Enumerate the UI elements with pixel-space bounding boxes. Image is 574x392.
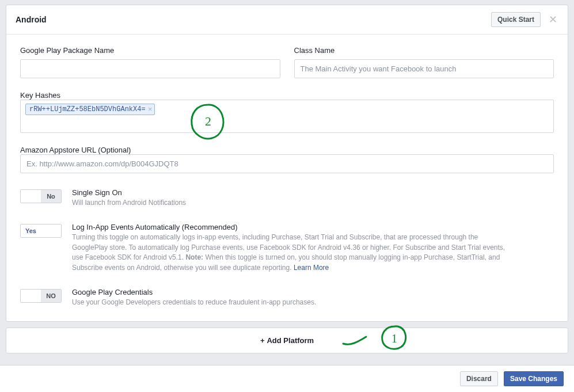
sso-title: Single Sign On	[72, 188, 510, 197]
gp-creds-title: Google Play Credentials	[72, 288, 510, 296]
quick-start-button[interactable]: Quick Start	[491, 12, 541, 27]
key-hashes-input[interactable]: rRW++LUjmZZ+58EbN5DVhGAnkX4= ×	[20, 100, 554, 133]
sso-desc: Will launch from Android Notifications	[72, 198, 510, 208]
amazon-url-label: Amazon Appstore URL (Optional)	[20, 146, 131, 154]
package-name-input[interactable]	[20, 59, 280, 78]
key-hash-token[interactable]: rRW++LUjmZZ+58EbN5DVhGAnkX4= ×	[25, 104, 155, 115]
amazon-url-input[interactable]	[20, 154, 554, 173]
class-name-input[interactable]	[294, 59, 554, 78]
key-hashes-label: Key Hashes	[20, 91, 60, 100]
add-platform-label: Add Platform	[267, 336, 314, 345]
discard-button[interactable]: Discard	[460, 371, 498, 386]
gp-creds-toggle[interactable]: NO	[20, 289, 62, 303]
footer-bar: Discard Save Changes	[0, 365, 574, 392]
panel-title: Android	[16, 15, 47, 24]
log-events-toggle-state: Yes	[25, 227, 36, 234]
sso-toggle-state: No	[47, 193, 55, 200]
gp-creds-desc: Use your Google Developers credentials t…	[72, 298, 510, 307]
gp-creds-toggle-state: NO	[46, 292, 56, 299]
learn-more-link[interactable]: Learn More	[294, 264, 329, 272]
plus-icon: +	[260, 336, 265, 345]
log-events-desc: Turning this toggle on automatically log…	[72, 233, 510, 273]
remove-token-icon[interactable]: ×	[148, 106, 153, 113]
package-name-label: Google Play Package Name	[20, 46, 280, 55]
close-icon[interactable]: ✕	[548, 14, 558, 25]
log-events-toggle[interactable]: Yes	[20, 224, 62, 238]
save-changes-button[interactable]: Save Changes	[504, 371, 564, 386]
android-settings-panel: Android Quick Start ✕ Google Play Packag…	[6, 5, 568, 322]
add-platform-button[interactable]: +Add Platform	[6, 328, 568, 353]
class-name-label: Class Name	[294, 46, 554, 55]
panel-header: Android Quick Start ✕	[6, 5, 568, 35]
sso-toggle[interactable]: No	[20, 189, 62, 203]
log-events-title: Log In-App Events Automatically (Recomme…	[72, 223, 510, 231]
key-hash-token-text: rRW++LUjmZZ+58EbN5DVhGAnkX4=	[29, 105, 146, 113]
